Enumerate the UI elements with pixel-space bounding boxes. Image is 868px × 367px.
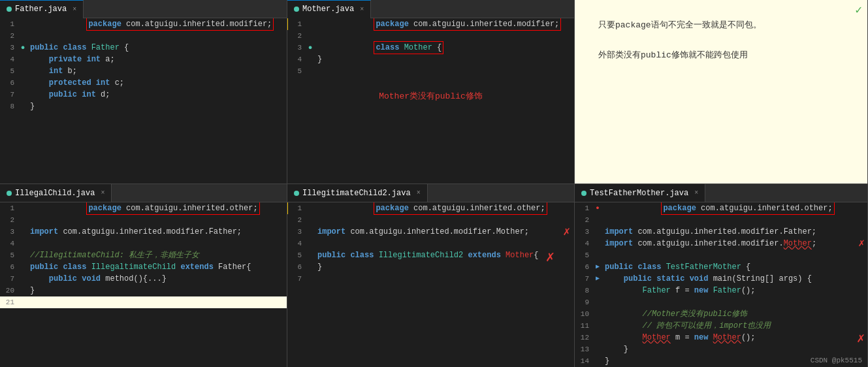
- gutter-3-mother: ●: [306, 42, 315, 54]
- linenum-7-illegitimate2: 7: [287, 273, 306, 285]
- type-testfather: TestFatherMother: [666, 263, 741, 272]
- linenum-2-illegitimate2: 2: [287, 214, 306, 226]
- line-4-illegitimate2: 4: [287, 238, 574, 249]
- green-check-icon: ✓: [855, 3, 862, 17]
- linecontent-3-illegitimate: import com.atguigu.inherited.modifier.Fa…: [27, 226, 287, 238]
- line-12-testfather: 12 Mother m = new Mother(); ✗: [575, 332, 867, 343]
- panel-mother: Mother.java × 1 package com.atguigu.inhe…: [287, 0, 575, 184]
- line-21-illegitimate: 21: [0, 296, 287, 308]
- linecontent-7-testfather: public static void main(String[] args) {: [602, 273, 867, 285]
- kw-int3-father: int: [96, 78, 110, 88]
- line-5-testfather: 5: [575, 249, 867, 261]
- tab-dot-father: [7, 7, 12, 12]
- linecontent-4-father: private int a;: [27, 54, 287, 65]
- linenum-3-testfather: 3: [575, 226, 593, 238]
- note-text-2: 外部类没有public修饰就不能跨包使用: [598, 50, 748, 60]
- line-1-illegitimate2: 1 package com.atguigu.inherited.other;: [287, 202, 574, 214]
- line-4-father: 4 private int a;: [0, 54, 287, 65]
- line-3-illegitimate2: 3 import com.atguigu.inherited.modifier.…: [287, 226, 574, 238]
- linenum-4-testfather: 4: [575, 238, 593, 249]
- linecontent-7-father: public int d;: [27, 89, 287, 101]
- linenum-5-testfather: 5: [575, 249, 593, 261]
- line-3-illegitimate: 3 import com.atguigu.inherited.modifier.…: [0, 226, 287, 238]
- tab-close-illegitimate2[interactable]: ×: [417, 189, 421, 197]
- tab-mother[interactable]: Mother.java ×: [287, 0, 371, 18]
- linenum-6-father: 6: [0, 77, 18, 89]
- line-1-illegitimate: 1 package com.atguigu.inherited.other;: [0, 202, 287, 214]
- kw-void-illegitimate: void: [82, 274, 101, 283]
- tab-close-illegitimate[interactable]: ×: [101, 189, 104, 197]
- linenum-5-illegitimate: 5: [0, 249, 18, 261]
- linenum-5-father: 5: [0, 65, 18, 77]
- tab-dot-illegitimate2: [294, 191, 299, 196]
- tab-label-illegitimate: IllegalChild.java: [15, 189, 95, 198]
- gutter-3-father: ●: [18, 42, 27, 54]
- line-5-mother: 5: [287, 65, 574, 77]
- kw-class-testfather: class: [637, 263, 661, 272]
- linenum-20-illegitimate: 20: [0, 285, 18, 296]
- line-3-testfather: 3 import com.atguigu.inherited.modifier.…: [575, 226, 867, 238]
- linecontent-5-father: int b;: [27, 65, 287, 77]
- editor-layout: Father.java × 1 package com.atguigu.inhe…: [0, 0, 868, 367]
- linenum-3-mother: 3: [287, 42, 306, 54]
- linecontent-3-father: public class Father {: [27, 42, 287, 54]
- linecontent-3-testfather: import com.atguigu.inherited.modifier.Fa…: [602, 226, 867, 238]
- linenum-3-father: 3: [0, 42, 18, 54]
- linenum-12-testfather: 12: [575, 332, 593, 343]
- kw-package-father: package: [88, 20, 121, 29]
- code-area-father: 1 package com.atguigu.inherited.modifier…: [0, 18, 287, 184]
- tab-dot-illegitimate: [7, 191, 12, 196]
- type-father-testfather: Father: [643, 286, 671, 295]
- mother-warning: Mother类没有public修饰: [287, 90, 574, 102]
- tab-close-mother[interactable]: ×: [360, 6, 364, 13]
- kw-public2-illegitimate: public: [49, 274, 77, 283]
- kw-public1-testfather: public: [605, 263, 633, 272]
- kw-private-father: private: [49, 55, 82, 64]
- kw-extends-illegitimate2: extends: [468, 251, 500, 260]
- note-line-2: 外部类没有public修饰就不能跨包使用: [598, 47, 844, 64]
- linenum-4-mother: 4: [287, 54, 306, 65]
- tab-label-father: Father.java: [15, 5, 67, 14]
- mother-import-testfather: Mother: [784, 239, 812, 248]
- line-7-illegitimate2: 7: [287, 273, 574, 285]
- panel-illegitimate2: IllegitimateChild2.java × 1 package com.…: [287, 184, 575, 368]
- linecontent-13-testfather: }: [602, 343, 867, 355]
- linenum-6-illegitimate: 6: [0, 261, 18, 273]
- line-20-illegitimate: 20 }: [0, 285, 287, 296]
- tab-testfather[interactable]: TestFatherMother.java ×: [575, 184, 705, 202]
- linecontent-4-testfather: import com.atguigu.inherited.modifier.Mo…: [602, 238, 867, 249]
- top-row: Father.java × 1 package com.atguigu.inhe…: [0, 0, 868, 184]
- kw-import2-testfather: import: [605, 239, 633, 248]
- tab-close-father[interactable]: ×: [72, 6, 76, 13]
- linenum-4-father: 4: [0, 54, 18, 65]
- linecontent-6-illegitimate: public class IllegaltimateChild extends …: [27, 261, 287, 273]
- tab-illegitimate2[interactable]: IllegitimateChild2.java ×: [287, 184, 428, 202]
- note-line-1: 只要package语句不完全一致就是不同包。: [598, 17, 844, 34]
- tab-illegitimate[interactable]: IllegalChild.java ×: [0, 184, 112, 202]
- tab-dot-mother: [294, 7, 299, 12]
- linenum-2-illegitimate: 2: [0, 214, 18, 226]
- line-10-testfather: 10 //Mother类没有public修饰: [575, 308, 867, 320]
- tab-label-mother: Mother.java: [302, 5, 354, 14]
- kw-public-illegitimate: public: [30, 263, 58, 272]
- tab-bar-illegitimate: IllegalChild.java ×: [0, 184, 287, 202]
- linenum-7-illegitimate: 7: [0, 273, 18, 285]
- pkg-box-illegitimate2: package com.atguigu.inherited.other;: [374, 202, 547, 215]
- code-area-illegitimate2: 1 package com.atguigu.inherited.other; 2…: [287, 202, 574, 368]
- linenum-7-father: 7: [0, 89, 18, 101]
- linecontent-12-testfather: Mother m = new Mother();: [602, 332, 867, 343]
- pkg-box-testfather: package com.atguigu.inherited.other;: [661, 202, 834, 215]
- line-7-father: 7 public int d;: [0, 89, 287, 101]
- linecontent-3-illegitimate2: import com.atguigu.inherited.modifier.Mo…: [315, 226, 574, 238]
- code-area-mother: 1 package com.atguigu.inherited.modifier…: [287, 18, 574, 184]
- kw-public2-father: public: [49, 90, 77, 99]
- tab-father[interactable]: Father.java ×: [0, 0, 84, 18]
- line-13-testfather: 13 }: [575, 343, 867, 355]
- linenum-6-illegitimate2: 6: [287, 261, 306, 273]
- line-5-illegitimate: 5 //IllegitimateChild: 私生子，非婚生子女: [0, 249, 287, 261]
- linenum-14-testfather: 14: [575, 355, 593, 367]
- linenum-1-testfather: 1: [575, 202, 593, 214]
- tab-close-testfather[interactable]: ×: [694, 189, 698, 197]
- linenum-6-testfather: 6: [575, 261, 593, 273]
- line-4-testfather: 4 import com.atguigu.inherited.modifier.…: [575, 238, 867, 249]
